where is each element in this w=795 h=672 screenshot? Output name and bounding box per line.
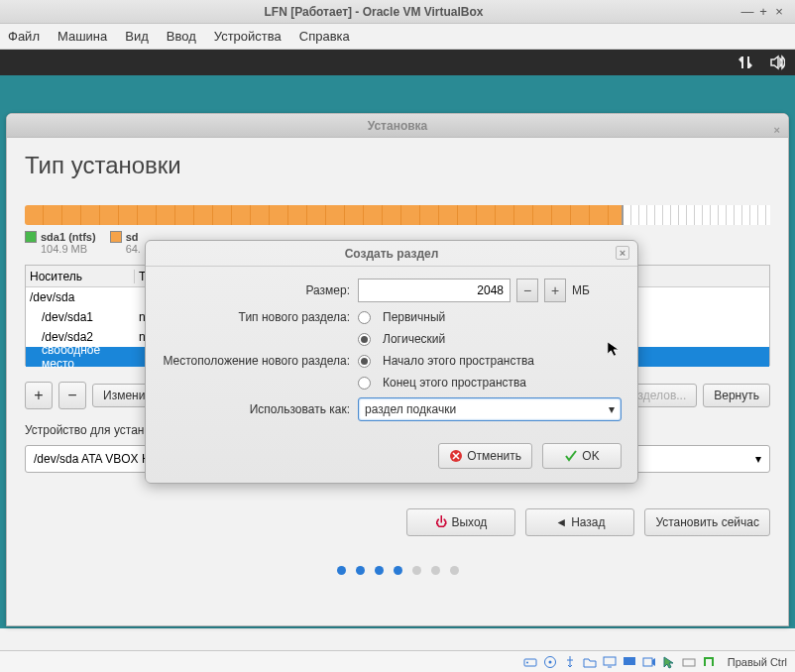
legend-item-sda1: sda1 (ntfs) 104.9 MB [25,231,96,255]
dot [375,566,384,575]
dot [431,566,440,575]
radio-logical[interactable] [358,333,371,346]
radio-primary[interactable] [358,311,371,324]
create-partition-dialog: Создать раздел × Размер: − + МБ Тип ново… [145,240,638,484]
close-icon[interactable]: × [771,4,787,19]
use-as-label: Использовать как: [162,402,358,416]
size-unit: МБ [572,283,590,297]
chevron-down-icon: ▾ [755,452,761,466]
hdd-icon[interactable] [523,655,537,669]
ok-icon [564,449,578,463]
host-key-label: Правый Ctrl [728,656,787,668]
size-decrement-button[interactable]: − [516,279,538,302]
partition-free-space [622,205,770,225]
vb-titlebar: LFN [Работает] - Oracle VM VirtualBox — … [0,0,795,24]
installer-footer: ⏻Выход ◄Назад Установить сейчас [7,508,788,548]
remove-partition-button[interactable]: − [58,382,86,409]
menu-input[interactable]: Ввод [167,29,196,44]
record-icon[interactable] [642,655,656,669]
svg-rect-1 [524,659,536,666]
minimize-icon[interactable]: — [739,4,755,19]
svg-point-4 [548,660,551,663]
display2-icon[interactable] [623,655,636,669]
installer-titlebar: Установка × [7,114,788,138]
cd-icon[interactable] [543,655,557,669]
dot [394,566,402,575]
revert-button[interactable]: Вернуть [703,384,770,407]
add-partition-button[interactable]: + [25,382,53,409]
legend-item-sda2: sd 64. [110,231,141,255]
cancel-icon [449,449,463,463]
radio-loc-end[interactable] [358,377,371,390]
chevron-down-icon: ▾ [609,402,615,416]
ok-button[interactable]: OK [542,443,622,469]
keyboard-icon[interactable] [682,655,696,669]
guest-desktop: Установка × Тип установки sda1 (ntfs) 10… [0,75,795,628]
size-label: Размер: [162,283,358,297]
maximize-icon[interactable]: + [755,4,771,19]
location-label: Местоположение нового раздела: [162,354,358,368]
svg-rect-5 [604,657,616,665]
menu-file[interactable]: Файл [8,29,40,44]
usb-icon[interactable] [563,655,577,669]
shared-folder-icon[interactable] [583,655,597,669]
menu-view[interactable]: Вид [125,29,149,44]
dialog-titlebar: Создать раздел × [146,241,637,267]
page-heading: Тип установки [25,152,770,179]
size-increment-button[interactable]: + [544,279,566,302]
swatch-icon [110,231,122,243]
dot [412,566,421,575]
install-now-button[interactable]: Установить сейчас [644,508,770,536]
dot [450,566,459,575]
menu-devices[interactable]: Устройства [214,29,282,44]
network-icon[interactable] [738,55,753,70]
svg-point-2 [526,661,528,663]
use-as-select[interactable]: раздел подкачки ▾ [358,397,622,421]
hostkey-icon[interactable] [702,655,716,669]
installer-close-icon[interactable]: × [774,118,780,142]
svg-rect-6 [624,657,635,665]
vb-title-text: LFN [Работает] - Oracle VM VirtualBox [8,5,739,19]
type-label: Тип нового раздела: [162,310,358,324]
vb-menubar: Файл Машина Вид Ввод Устройства Справка [0,24,795,50]
svg-rect-8 [683,659,695,666]
installer-title-text: Установка [368,119,428,133]
dot [337,566,346,575]
quit-button[interactable]: ⏻Выход [406,508,515,536]
display-icon[interactable] [603,655,617,669]
page-indicator [7,566,788,575]
cancel-button[interactable]: Отменить [438,443,532,469]
size-input[interactable] [358,279,511,302]
back-button[interactable]: ◄Назад [525,508,634,536]
vb-statusbar: Правый Ctrl [0,650,795,672]
partition-bar[interactable] [25,205,770,225]
menu-help[interactable]: Справка [299,29,350,44]
radio-loc-begin[interactable] [358,355,371,368]
guest-top-panel [0,50,795,75]
svg-rect-7 [643,658,652,666]
dot [356,566,365,575]
menu-machine[interactable]: Машина [57,29,107,44]
swatch-icon [25,231,37,243]
volume-icon[interactable] [769,55,785,70]
mouse-integration-icon[interactable] [662,655,676,669]
dialog-close-icon[interactable]: × [616,246,629,260]
